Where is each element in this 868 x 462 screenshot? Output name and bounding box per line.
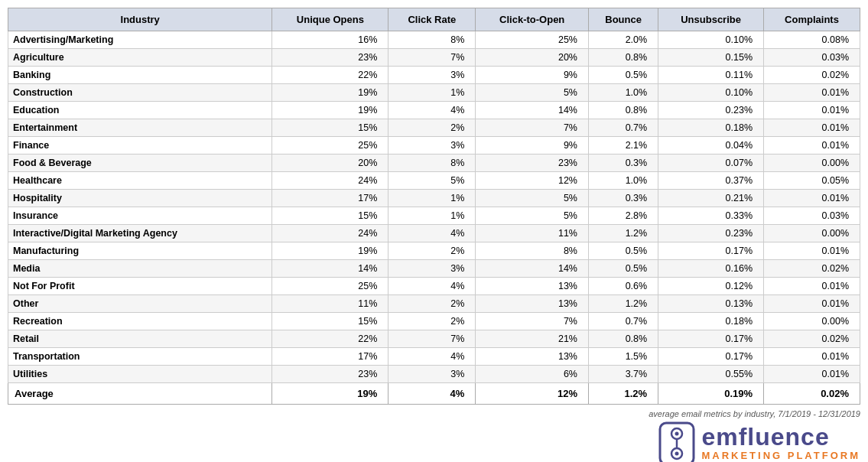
metric-cell: 0.02% <box>764 260 860 278</box>
metric-cell: 0.08% <box>764 31 860 49</box>
metric-cell: 1.0% <box>589 84 658 102</box>
col-header-bounce: Bounce <box>589 8 658 31</box>
metric-cell: 22% <box>272 330 388 348</box>
metric-cell: 0.01% <box>764 119 860 137</box>
metric-cell: 4% <box>388 225 476 242</box>
metric-cell: 0.01% <box>764 242 860 260</box>
table-row: Education19%4%14%0.8%0.23%0.01% <box>8 102 860 119</box>
metric-cell: 2.0% <box>589 31 658 49</box>
metric-cell: 3% <box>388 366 476 383</box>
metric-cell: 1.2% <box>589 225 658 242</box>
metric-cell: 23% <box>272 49 388 67</box>
average-label: Average <box>8 383 272 405</box>
average-metric-cell: 12% <box>476 383 589 405</box>
metric-cell: 0.01% <box>764 348 860 366</box>
emfluence-logo-icon <box>658 421 695 462</box>
col-header-complaints: Complaints <box>764 8 860 31</box>
metric-cell: 0.5% <box>589 260 658 278</box>
industry-cell: Advertising/Marketing <box>8 31 272 49</box>
metric-cell: 0.02% <box>764 67 860 84</box>
metric-cell: 16% <box>272 31 388 49</box>
metric-cell: 0.5% <box>589 67 658 84</box>
metric-cell: 2% <box>388 295 476 313</box>
metric-cell: 12% <box>476 172 589 190</box>
table-row: Retail22%7%21%0.8%0.17%0.02% <box>8 330 860 348</box>
metric-cell: 11% <box>476 225 589 242</box>
metric-cell: 0.8% <box>589 49 658 67</box>
table-row: Manufacturing19%2%8%0.5%0.17%0.01% <box>8 242 860 260</box>
metric-cell: 7% <box>388 330 476 348</box>
table-row: Utilities23%3%6%3.7%0.55%0.01% <box>8 366 860 383</box>
metric-cell: 24% <box>272 225 388 242</box>
logo-area: emfluence MARKETING PLATFORM <box>658 421 860 462</box>
metric-cell: 3.7% <box>589 366 658 383</box>
industry-cell: Not For Profit <box>8 278 272 295</box>
footer-area: average email metrics by industry, 7/1/2… <box>8 409 860 462</box>
col-header-unsubscribe: Unsubscribe <box>658 8 764 31</box>
metric-cell: 19% <box>272 242 388 260</box>
table-row: Entertainment15%2%7%0.7%0.18%0.01% <box>8 119 860 137</box>
metric-cell: 0.03% <box>764 207 860 225</box>
table-row: Not For Profit25%4%13%0.6%0.12%0.01% <box>8 278 860 295</box>
metric-cell: 0.7% <box>589 313 658 330</box>
metric-cell: 1% <box>388 190 476 207</box>
metric-cell: 0.15% <box>658 49 764 67</box>
table-row: Media14%3%14%0.5%0.16%0.02% <box>8 260 860 278</box>
industry-cell: Other <box>8 295 272 313</box>
metric-cell: 0.17% <box>658 348 764 366</box>
col-header-click-to-open: Click-to-Open <box>476 8 589 31</box>
industry-cell: Recreation <box>8 313 272 330</box>
metric-cell: 0.3% <box>589 190 658 207</box>
svg-point-5 <box>675 452 679 456</box>
industry-cell: Interactive/Digital Marketing Agency <box>8 225 272 242</box>
metric-cell: 0.37% <box>658 172 764 190</box>
metric-cell: 0.03% <box>764 49 860 67</box>
metric-cell: 8% <box>476 242 589 260</box>
metric-cell: 2% <box>388 313 476 330</box>
metric-cell: 2% <box>388 119 476 137</box>
industry-cell: Healthcare <box>8 172 272 190</box>
metric-cell: 0.05% <box>764 172 860 190</box>
metric-cell: 0.00% <box>764 313 860 330</box>
industry-cell: Transportation <box>8 348 272 366</box>
industry-cell: Construction <box>8 84 272 102</box>
table-row: Hospitality17%1%5%0.3%0.21%0.01% <box>8 190 860 207</box>
footer-caption: average email metrics by industry, 7/1/2… <box>649 409 860 418</box>
industry-cell: Agriculture <box>8 49 272 67</box>
metric-cell: 17% <box>272 190 388 207</box>
logo-marketing-text: MARKETING PLATFORM <box>701 449 860 462</box>
metric-cell: 5% <box>476 84 589 102</box>
industry-cell: Banking <box>8 67 272 84</box>
metric-cell: 13% <box>476 295 589 313</box>
table-row: Finance25%3%9%2.1%0.04%0.01% <box>8 137 860 155</box>
metric-cell: 0.01% <box>764 84 860 102</box>
metric-cell: 0.01% <box>764 278 860 295</box>
metric-cell: 0.01% <box>764 295 860 313</box>
metric-cell: 15% <box>272 119 388 137</box>
metric-cell: 8% <box>388 155 476 172</box>
metric-cell: 0.6% <box>589 278 658 295</box>
metric-cell: 0.01% <box>764 366 860 383</box>
main-container: IndustryUnique OpensClick RateClick-to-O… <box>8 8 860 462</box>
svg-point-4 <box>675 432 679 436</box>
metric-cell: 1.0% <box>589 172 658 190</box>
metric-cell: 0.01% <box>764 137 860 155</box>
industry-cell: Insurance <box>8 207 272 225</box>
metric-cell: 0.7% <box>589 119 658 137</box>
table-row: Healthcare24%5%12%1.0%0.37%0.05% <box>8 172 860 190</box>
metric-cell: 0.16% <box>658 260 764 278</box>
metric-cell: 0.23% <box>658 225 764 242</box>
metric-cell: 14% <box>476 102 589 119</box>
metric-cell: 1.5% <box>589 348 658 366</box>
metric-cell: 4% <box>388 348 476 366</box>
metric-cell: 25% <box>476 31 589 49</box>
industry-cell: Media <box>8 260 272 278</box>
metric-cell: 20% <box>476 49 589 67</box>
metric-cell: 0.8% <box>589 330 658 348</box>
table-row: Food & Beverage20%8%23%0.3%0.07%0.00% <box>8 155 860 172</box>
metric-cell: 19% <box>272 102 388 119</box>
industry-cell: Food & Beverage <box>8 155 272 172</box>
metric-cell: 0.21% <box>658 190 764 207</box>
metric-cell: 17% <box>272 348 388 366</box>
industry-cell: Education <box>8 102 272 119</box>
